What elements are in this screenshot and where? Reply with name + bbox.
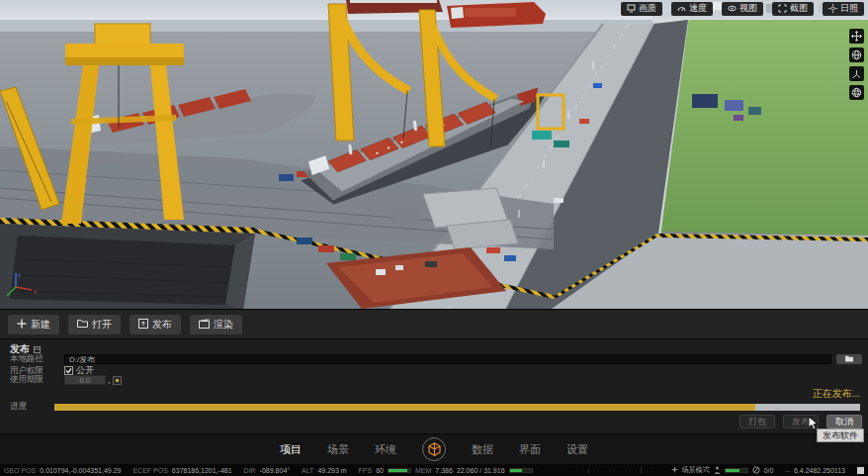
folder-icon: [77, 319, 88, 331]
package-button[interactable]: 打包: [739, 415, 775, 428]
progress-bar-fill: [54, 404, 755, 411]
browse-folder-button[interactable]: [836, 354, 862, 364]
tab-scene[interactable]: 场景: [327, 442, 349, 457]
alt-value: 49.293 m: [317, 467, 346, 474]
viewport-toolbar: 画质 速度 视图 截图: [621, 2, 864, 16]
status-ticks: . . . . . . . . . | . . . . . . . . . | …: [541, 467, 663, 473]
dir-label: DIR: [244, 467, 256, 474]
mem-label: MEM: [415, 467, 431, 474]
globe-grid-icon: [851, 87, 862, 98]
display-icon: [627, 4, 636, 13]
geo-pos-value: 0.010794,-0.004351,49.29: [40, 467, 121, 474]
usage-period-label: 使用期限: [10, 374, 64, 386]
pan-move-icon: [851, 31, 862, 42]
status-bar: GEO POS 0.010794,-0.004351,49.29 ECEF PO…: [0, 464, 868, 476]
ecef-pos-value: 6378186,1201,-481: [172, 467, 232, 474]
action-bar: 新建 打开 发布 渲染: [0, 309, 868, 338]
publish-menu-button[interactable]: 发布: [130, 315, 181, 334]
usage-period-icon[interactable]: [113, 376, 122, 385]
mem-gauge: [509, 468, 533, 473]
tab-project[interactable]: 项目: [280, 442, 302, 457]
slash-circle-icon: [752, 466, 760, 475]
open-button[interactable]: 打开: [68, 315, 121, 334]
placeholder-value: --: [785, 467, 790, 474]
geo-pos-label: GEO POS: [4, 467, 36, 474]
speed-gauge-icon: [677, 4, 686, 13]
fps-label: FPS: [359, 467, 373, 474]
globe-grid-button[interactable]: [849, 85, 864, 100]
progress-bar: [54, 404, 860, 411]
person-icon: [714, 466, 721, 475]
cube-logo-icon: [428, 442, 441, 456]
mem-detail: 22.060 / 31.916: [457, 467, 505, 474]
progress-label: 进度: [10, 401, 54, 413]
axis-z-label: z: [18, 272, 21, 278]
sunlight-button[interactable]: 日照: [823, 2, 864, 16]
tab-environment[interactable]: 环境: [375, 442, 396, 457]
globe-button[interactable]: [849, 48, 864, 62]
view-eye-icon: [728, 4, 737, 13]
bottom-nav: 项目 场景 环境 数据 界面 设置: [0, 433, 868, 464]
local-path-input[interactable]: D:/发布: [64, 354, 831, 364]
axes-icon: [851, 68, 862, 79]
fps-value: 60: [376, 467, 384, 474]
pan-move-button[interactable]: [849, 29, 864, 44]
publish-box-icon: [138, 319, 148, 331]
scene-gauge: [725, 468, 748, 473]
tab-data[interactable]: 数据: [472, 442, 493, 457]
fps-gauge: [388, 468, 411, 473]
publish-status-text: 正在发布...: [813, 387, 860, 401]
usage-period-input[interactable]: 0.0: [64, 375, 106, 385]
folder-icon: [845, 354, 853, 364]
version-label: 6.4.2482.250113: [794, 467, 845, 474]
sun-icon: [828, 4, 837, 13]
new-button[interactable]: 新建: [8, 315, 59, 334]
publish-panel: 发布 本地路径 D:/发布 用户权限 公开 使用期限 0.0 ,: [0, 338, 868, 433]
speed-button[interactable]: 速度: [671, 2, 713, 16]
tab-interface[interactable]: 界面: [519, 442, 541, 457]
usage-separator: ,: [108, 375, 111, 385]
3d-viewport[interactable]: z x 画质 速度 视图: [0, 0, 868, 309]
counter-value: 0/0: [764, 467, 774, 474]
viewport-side-toolbar: [849, 29, 864, 100]
application-window: z x 画质 速度 视图: [0, 0, 868, 476]
axis-x-label: x: [34, 288, 37, 294]
quality-button[interactable]: 画质: [621, 2, 662, 16]
mouse-cursor: [808, 416, 819, 434]
mem-value: 7.386: [435, 467, 453, 474]
publish-tooltip: 发布软件: [817, 428, 864, 442]
check-icon: [65, 367, 72, 374]
screenshot-button[interactable]: 截图: [772, 2, 814, 16]
plus-icon: [17, 319, 27, 331]
view-button[interactable]: 视图: [722, 2, 763, 16]
dir-value: -089.804°: [260, 467, 290, 474]
scene-mode-label: 场景模式: [682, 465, 710, 475]
tab-settings[interactable]: 设置: [566, 442, 588, 457]
app-logo[interactable]: [422, 437, 446, 461]
render-button[interactable]: 渲染: [190, 315, 242, 334]
shipyard-scene: z x: [0, 0, 868, 309]
screenshot-icon: [778, 4, 787, 13]
alt-label: ALT: [302, 467, 313, 474]
globe-icon: [851, 49, 862, 60]
clapperboard-icon: [199, 319, 210, 331]
ecef-pos-label: ECEF POS: [132, 467, 167, 474]
cancel-button[interactable]: 取消: [826, 415, 862, 428]
star-icon: [671, 466, 678, 474]
axes-button[interactable]: [849, 66, 864, 81]
stop-square-icon[interactable]: [857, 467, 864, 474]
